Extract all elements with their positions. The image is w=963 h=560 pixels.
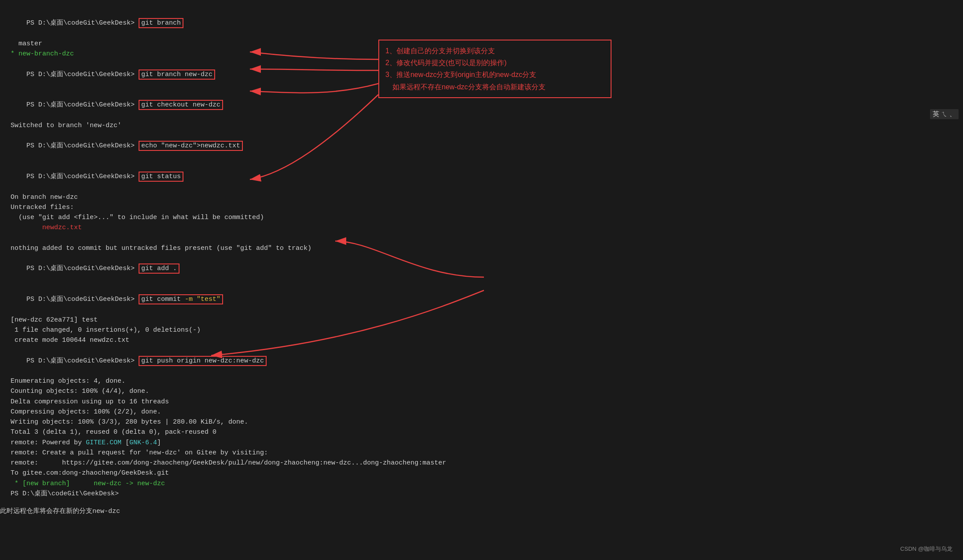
terminal-line-24: Writing objects: 100% (3/3), 280 bytes |…: [11, 417, 952, 427]
annotation-box: 1、创建自己的分支并切换到该分支 2、修改代码并提交(也可以是别的操作) 3、推…: [378, 40, 611, 98]
terminal-line-26: remote: Powered by GITEE.COM [GNK-6.4]: [11, 438, 952, 448]
terminal-line-14: PS D:\桌面\codeGit\GeekDesk> git add .: [11, 253, 952, 284]
terminal-line-13: nothing added to commit but untracked fi…: [11, 243, 952, 253]
terminal-line-22: Delta compression using up to 16 threads: [11, 397, 952, 407]
terminal-line-29: To gitee.com:dong-zhaocheng/GeekDesk.git: [11, 468, 952, 478]
terminal-line-12: newdzc.txt: [11, 223, 952, 233]
terminal-line-6: Switched to branch 'new-dzc': [11, 121, 952, 131]
terminal-line-8: PS D:\桌面\codeGit\GeekDesk> git status: [11, 161, 952, 192]
terminal-line-27: remote: Create a pull request for 'new-d…: [11, 448, 952, 458]
annotation-line-3: 3、推送new-dzc分支到origin主机的new-dzc分支: [385, 69, 604, 81]
attribution: CSDN @咖啡与乌龙: [900, 545, 952, 553]
terminal-line-30: * [new branch] new-dzc -> new-dzc: [11, 479, 952, 489]
terminal-line-21: Counting objects: 100% (4/4), done.: [11, 386, 952, 396]
annotation-box-2: 此时远程仓库将会存在新的分支new-dzc: [0, 507, 963, 515]
terminal-line-23: Compressing objects: 100% (2/2), done.: [11, 407, 952, 417]
terminal-line-17: 1 file changed, 0 insertions(+), 0 delet…: [11, 325, 952, 335]
terminal-line-28: remote: https://gitee.com/dong-zhaocheng…: [11, 458, 952, 468]
terminal-line-19: PS D:\桌面\codeGit\GeekDesk> git push orig…: [11, 345, 952, 376]
language-indicator: 英 ㄟ 、: [930, 109, 959, 119]
terminal-line-25: Total 3 (delta 1), reused 0 (delta 0), p…: [11, 427, 952, 437]
terminal-line-15: PS D:\桌面\codeGit\GeekDesk> git commit -m…: [11, 284, 952, 315]
terminal-line-16: [new-dzc 62ea771] test: [11, 315, 952, 325]
terminal-prompt-final: PS D:\桌面\codeGit\GeekDesk>: [11, 489, 952, 499]
annotation-line-4: 如果远程不存在new-dzc分支将会自动新建该分支: [385, 81, 604, 93]
terminal-line-11: (use "git add <file>..." to include in w…: [11, 212, 952, 223]
annotation-line-2: 2、修改代码并提交(也可以是别的操作): [385, 57, 604, 69]
terminal-line-7: PS D:\桌面\codeGit\GeekDesk> echo "new-dzc…: [11, 131, 952, 161]
terminal-line-18: create mode 100644 newdzc.txt: [11, 335, 952, 345]
annotation-line-1: 1、创建自己的分支并切换到该分支: [385, 45, 604, 57]
terminal-line-1: PS D:\桌面\codeGit\GeekDesk> git branch: [11, 8, 952, 39]
terminal-line-9: On branch new-dzc: [11, 192, 952, 202]
terminal-line-20: Enumerating objects: 4, done.: [11, 376, 952, 386]
terminal-line-10: Untracked files:: [11, 202, 952, 212]
terminal-line-empty: [11, 233, 952, 243]
